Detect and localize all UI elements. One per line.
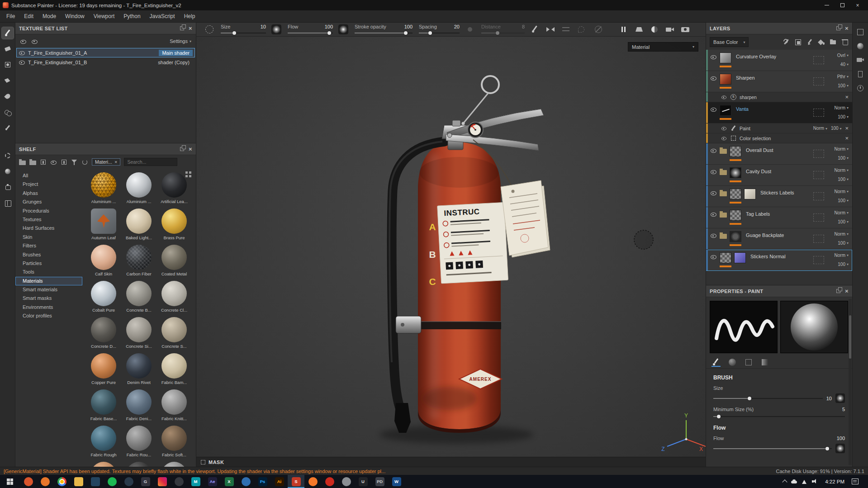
material-coated-metal[interactable]: Coated Metal [157,245,192,277]
channel-filter-dropdown[interactable]: Base Color ▾ [710,37,749,47]
undock-panel-icon[interactable] [180,147,184,151]
size-pressure-button[interactable] [835,393,845,403]
refresh-shelf-icon[interactable] [81,159,88,166]
effect-visibility-icon[interactable] [721,135,727,141]
brush-alpha-button[interactable] [271,24,281,34]
material-cobalt-pure[interactable]: Cobalt Pure [86,281,121,313]
material-fabric-deni[interactable]: Fabric Deni... [121,389,157,422]
tray-expand-icon[interactable] [783,479,787,484]
taskbar-maya-icon[interactable]: M [187,475,204,488]
layer-effect-color-selection[interactable]: Color selection× [706,133,852,143]
texture-set-settings-dropdown[interactable]: Settings ▾ [170,38,191,44]
opacity-dropdown[interactable]: 100▾ [838,198,849,203]
add-paint-layer-icon[interactable] [806,38,813,46]
flow-slider[interactable] [288,31,333,34]
delete-layer-icon[interactable] [841,38,849,46]
blend-mode-dropdown[interactable]: Norm▾ [835,168,849,173]
shelf-category-procedurals[interactable]: Procedurals [15,207,82,215]
show-all-eye-icon[interactable] [20,38,27,45]
projection-tool-icon[interactable] [2,59,14,71]
taskbar-word-icon[interactable]: W [388,475,405,488]
layer-effect-sharpen[interactable]: sharpen× [706,92,852,102]
layer-row-sharpen[interactable]: SharpenPthr▾100▾ [706,71,852,92]
distance-slider[interactable] [481,31,525,34]
viewer-settings-tab-icon[interactable] [856,28,864,36]
taskbar-discord-icon[interactable] [171,475,187,488]
shelf-category-smart-materials[interactable]: Smart materials [15,285,82,294]
viewport-3d[interactable]: INSTRUC [196,37,706,467]
opacity-dropdown[interactable]: 100▾ [838,177,849,182]
shelf-category-environments[interactable]: Environments [15,303,82,312]
shading-mode-dropdown[interactable]: Material ▾ [628,42,698,52]
projection-mode-icon[interactable] [634,24,644,34]
toggle-visibility-icon[interactable] [50,159,57,166]
material-concrete-d[interactable]: Concrete D... [86,317,121,349]
blend-mode-dropdown[interactable]: Ovrl▾ [837,53,849,58]
mask-drop-slot[interactable] [813,171,824,179]
menu-javascript[interactable]: JavaScript [145,10,180,22]
opacity-dropdown[interactable]: 100▾ [838,114,849,119]
effect-opacity[interactable]: 100 ▾ [831,126,841,131]
mask-drop-slot[interactable] [813,256,824,264]
shelf-category-materials[interactable]: Materials [15,277,82,285]
layer-visibility-icon[interactable] [710,147,717,154]
stencil-off-icon[interactable] [593,24,603,34]
material-copper-pure[interactable]: Copper Pure [86,353,121,385]
undock-panel-icon[interactable] [836,26,840,30]
tangent-space-icon[interactable] [561,24,571,34]
material-fabric-base[interactable]: Fabric Base... [86,389,121,422]
spacing-slider[interactable] [419,31,460,34]
polygon-fill-tool-icon[interactable] [2,75,14,86]
shelf-category-smart-masks[interactable]: Smart masks [15,294,82,303]
taskbar-after-effects-icon[interactable]: Ae [204,475,221,488]
opacity-dropdown[interactable]: 40▾ [840,62,849,67]
tab-alpha-icon[interactable] [744,358,753,367]
material-fabric-rough[interactable]: Fabric Rough [86,426,121,458]
material-baked-light[interactable]: Baked Light... [121,208,157,241]
shelf-category-alphas[interactable]: Alphas [15,189,82,198]
texture-set-row-t-fire-extinguisher-01-a[interactable]: T_Fire_Extinguisher_01_AMain shader [16,48,195,57]
material-brass-pure[interactable]: Brass Pure [157,208,192,241]
layer-effect-paint[interactable]: PaintNorm ▾100 ▾× [706,123,852,133]
material-partial[interactable] [157,462,192,467]
menu-edit[interactable]: Edit [19,10,38,22]
taskbar-illustrator-icon[interactable]: Ai [271,475,288,488]
material-fabric-soft[interactable]: Fabric Soft... [157,426,192,458]
shelf-category-color-profiles[interactable]: Color profiles [15,312,82,320]
eraser-tool-icon[interactable] [2,43,14,55]
lazy-mouse-icon[interactable] [576,24,586,34]
material-partial[interactable] [86,462,121,467]
filter-funnel-icon[interactable] [71,159,78,166]
taskbar-photoshop-icon[interactable]: Ps [254,475,271,488]
material-concrete-si[interactable]: Concrete Si... [121,317,157,349]
flow-pressure-button[interactable] [835,444,845,453]
history-tab-icon[interactable] [856,84,864,92]
material-concrete-cl[interactable]: Concrete Cl... [157,281,192,313]
mask-drop-slot[interactable] [813,213,824,222]
stroke-opacity-slider[interactable] [355,31,413,34]
layer-visibility-icon[interactable] [710,168,717,175]
taskbar-steam-icon[interactable] [120,475,137,488]
material-fabric-rou[interactable]: Fabric Rou... [121,426,157,458]
action-center-icon[interactable] [852,479,859,484]
shader-settings-tab-icon[interactable] [856,70,864,78]
layer-row-stickers-labels[interactable]: Stickers LabelsNorm▾100▾ [706,186,852,207]
taskbar-krita-icon[interactable] [338,475,355,488]
material-calf-skin[interactable]: Calf Skin [86,245,121,277]
taskbar-instagram-icon[interactable] [154,475,171,488]
shelf-category-brushes[interactable]: Brushes [15,251,82,259]
plugins-icon[interactable] [2,181,14,193]
effect-visibility-icon[interactable] [721,94,727,100]
screenshot-icon[interactable] [680,24,690,34]
close-panel-icon[interactable]: × [845,288,849,294]
layer-row-curvature-overlay[interactable]: Curvature OverlayOvrl▾40▾ [706,50,852,71]
taskbar-file-explorer-icon[interactable] [70,475,87,488]
taskbar-gog-icon[interactable]: G [137,475,154,488]
shelf-category-project[interactable]: Project [15,180,82,189]
camera-rotate-icon[interactable] [665,24,675,34]
taskbar-unity-icon[interactable]: U [355,475,371,488]
shelf-category-all[interactable]: All [15,171,82,180]
size-slider[interactable] [221,31,266,34]
opacity-dropdown[interactable]: 100▾ [838,241,849,246]
shelf-folder-icon[interactable] [19,161,26,165]
